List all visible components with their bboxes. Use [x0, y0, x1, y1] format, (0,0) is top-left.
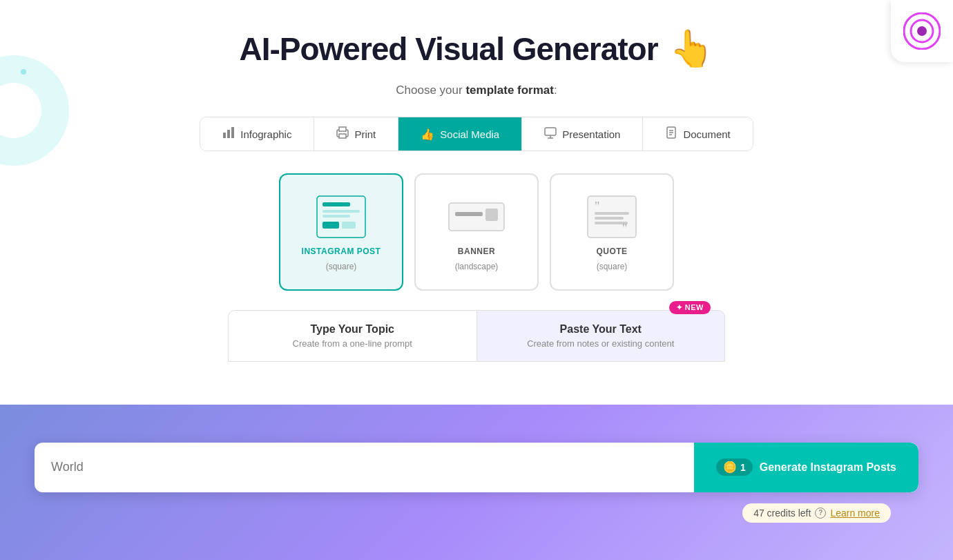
svg-text:": " — [622, 222, 627, 235]
logo-badge — [891, 0, 953, 62]
tab-bar: Infographic Print 👍 Social Media Present… — [200, 117, 753, 151]
input-row: 🪙 1 Generate Instagram Posts — [35, 443, 918, 492]
credits-row: 47 credits left ? Learn more — [742, 503, 891, 523]
subtitle-suffix: : — [554, 84, 557, 97]
svg-rect-3 — [223, 133, 226, 138]
template-card-instagram[interactable]: INSTAGRAM POST (square) — [279, 173, 403, 291]
subtitle-bold: template format — [465, 84, 554, 97]
svg-rect-23 — [455, 212, 483, 216]
instagram-card-icon — [310, 193, 372, 241]
tab-document[interactable]: Document — [643, 117, 752, 151]
type-topic-sub: Create from a one-line prompt — [293, 338, 412, 349]
svg-rect-28 — [595, 217, 624, 220]
generate-button[interactable]: 🪙 1 Generate Instagram Posts — [694, 443, 918, 492]
svg-rect-5 — [231, 127, 234, 138]
template-card-banner[interactable]: BANNER (landscape) — [414, 173, 539, 291]
quote-card-label: QUOTE — [596, 247, 627, 256]
input-tab-type-topic[interactable]: Type Your Topic Create from a one-line p… — [228, 310, 477, 362]
presentation-icon — [544, 126, 557, 142]
cost-badge: 🪙 1 — [716, 458, 753, 476]
svg-rect-7 — [339, 127, 346, 131]
input-tab-paste-text[interactable]: ✦ NEW Paste Your Text Create from notes … — [477, 310, 726, 362]
banner-card-icon — [445, 193, 508, 241]
svg-rect-8 — [339, 134, 346, 138]
page-title: AI-Powered Visual Generator — [239, 30, 657, 68]
svg-text:": " — [595, 200, 599, 213]
learn-more-link[interactable]: Learn more — [830, 508, 880, 519]
tab-infographic[interactable]: Infographic — [200, 117, 314, 151]
app-logo-icon — [903, 12, 941, 50]
paste-text-sub: Create from notes or existing content — [527, 338, 674, 349]
title-emoji: 👆 — [669, 28, 714, 70]
main-content: AI-Powered Visual Generator 👆 Choose you… — [0, 0, 953, 362]
svg-rect-21 — [342, 222, 356, 229]
svg-rect-20 — [323, 222, 339, 229]
instagram-card-sublabel: (square) — [326, 262, 357, 271]
svg-rect-27 — [595, 212, 629, 215]
title-row: AI-Powered Visual Generator 👆 — [239, 28, 713, 70]
social-media-icon: 👍 — [421, 128, 434, 141]
svg-rect-18 — [323, 210, 360, 213]
credits-count: 47 credits left — [753, 508, 811, 519]
tab-presentation-label: Presentation — [562, 128, 620, 140]
svg-rect-4 — [227, 130, 230, 138]
tab-social-media-label: Social Media — [440, 128, 499, 140]
generate-button-label: Generate Instagram Posts — [760, 461, 896, 474]
template-cards: INSTAGRAM POST (square) BANNER (landscap… — [279, 173, 674, 291]
svg-rect-19 — [323, 215, 350, 218]
document-icon — [665, 126, 677, 142]
template-card-quote[interactable]: " " QUOTE (square) — [550, 173, 674, 291]
svg-rect-17 — [323, 202, 350, 206]
subtitle-prefix: Choose your — [396, 84, 465, 97]
tab-infographic-label: Infographic — [240, 128, 291, 140]
subtitle: Choose your template format: — [396, 84, 557, 97]
new-badge: ✦ NEW — [669, 301, 711, 314]
svg-rect-24 — [485, 209, 498, 221]
help-icon[interactable]: ? — [815, 508, 826, 519]
banner-card-label: BANNER — [458, 247, 495, 256]
quote-card-icon: " " — [581, 193, 643, 241]
quote-card-sublabel: (square) — [597, 262, 628, 271]
print-icon — [336, 126, 349, 142]
infographic-icon — [222, 126, 235, 142]
bottom-panel: 🪙 1 Generate Instagram Posts 47 credits … — [0, 405, 953, 560]
cost-value: 1 — [740, 462, 746, 473]
input-method-tabs: Type Your Topic Create from a one-line p… — [228, 310, 725, 362]
type-topic-title: Type Your Topic — [311, 323, 395, 336]
tab-document-label: Document — [683, 128, 730, 140]
topic-input[interactable] — [35, 443, 694, 492]
tab-print-label: Print — [354, 128, 376, 140]
tab-social-media[interactable]: 👍 Social Media — [398, 117, 522, 151]
coin-icon: 🪙 — [723, 461, 737, 474]
banner-card-sublabel: (landscape) — [455, 262, 499, 271]
instagram-card-label: INSTAGRAM POST — [302, 247, 381, 256]
svg-point-2 — [917, 26, 927, 36]
tab-print[interactable]: Print — [314, 117, 398, 151]
paste-text-title: Paste Your Text — [560, 323, 642, 336]
svg-rect-9 — [545, 128, 556, 135]
tab-presentation[interactable]: Presentation — [522, 117, 643, 151]
